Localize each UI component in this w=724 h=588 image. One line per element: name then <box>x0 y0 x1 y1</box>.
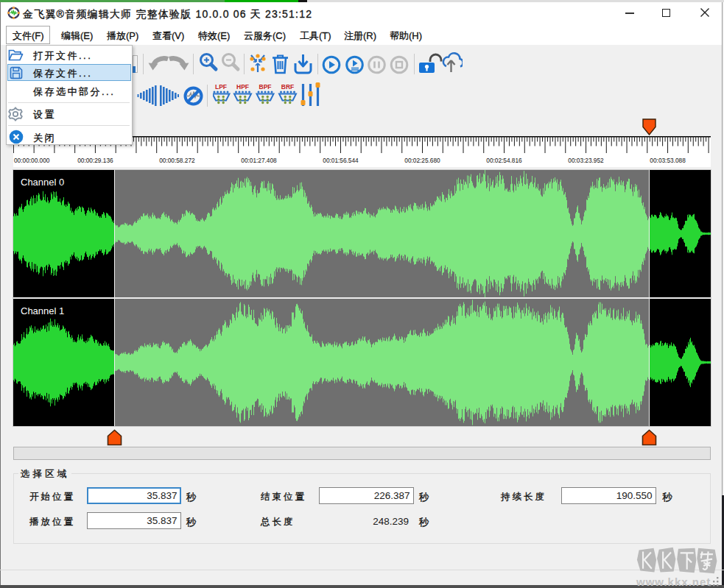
svg-text:00:01:56.544: 00:01:56.544 <box>323 157 359 164</box>
svg-text:00:00:29.136: 00:00:29.136 <box>77 157 113 164</box>
svg-text:00:00:58.272: 00:00:58.272 <box>159 157 195 164</box>
svg-text:00:03:23.952: 00:03:23.952 <box>568 157 604 164</box>
svg-text:BRF: BRF <box>281 83 294 91</box>
svg-text:HPF: HPF <box>236 83 249 91</box>
svg-text:00:02:25.680: 00:02:25.680 <box>404 157 440 164</box>
svg-text:00:01:27.408: 00:01:27.408 <box>241 157 277 164</box>
svg-text:BPF: BPF <box>259 83 272 91</box>
svg-text:LPF: LPF <box>215 83 227 91</box>
svg-text:00:00:00.000: 00:00:00.000 <box>14 157 50 164</box>
svg-text:00:02:54.816: 00:02:54.816 <box>486 157 522 164</box>
svg-text:00:03:53.088: 00:03:53.088 <box>650 157 686 164</box>
